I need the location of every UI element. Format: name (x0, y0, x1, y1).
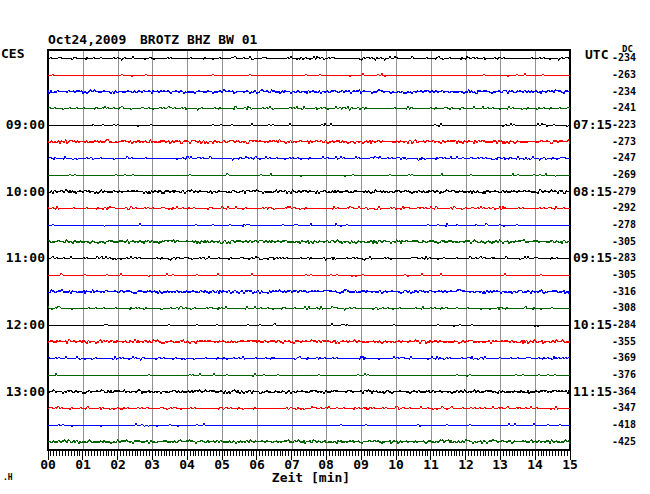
dc-value: -223 (612, 120, 636, 130)
helicorder-screen: Oct24,2009 BROTZ BHZ BW 01 CES UTC DC 09… (0, 0, 650, 494)
dc-value: -269 (612, 170, 636, 180)
dc-value: -247 (612, 153, 636, 163)
x-tick-label: 02 (105, 458, 131, 471)
right-utc-label: 11:15 (573, 385, 612, 398)
left-hour-label: 12:00 (0, 318, 45, 331)
x-tick-label: 13 (487, 458, 513, 471)
x-tick-label: 12 (453, 458, 479, 471)
dc-value: -305 (612, 237, 636, 247)
dc-value: -376 (612, 370, 636, 380)
dc-value: -241 (612, 103, 636, 113)
x-tick-label: 14 (522, 458, 548, 471)
dc-value: -278 (612, 220, 636, 230)
right-axis-title-utc: UTC (585, 48, 608, 61)
dc-value: -369 (612, 353, 636, 363)
dc-value: -263 (612, 70, 636, 80)
right-utc-label: 08:15 (573, 185, 612, 198)
x-tick-label: 09 (348, 458, 374, 471)
left-hour-label: 13:00 (0, 385, 45, 398)
dc-value: -283 (612, 253, 636, 263)
title-date: Oct24,2009 (48, 33, 126, 46)
dc-value: -234 (612, 53, 636, 63)
dc-value: -305 (612, 270, 636, 280)
dc-value: -418 (612, 420, 636, 430)
x-tick-label: 01 (70, 458, 96, 471)
x-axis-title: Zeit [min] (264, 471, 358, 484)
dc-value: -425 (612, 437, 636, 447)
left-hour-label: 11:00 (0, 251, 45, 264)
dc-value: -279 (612, 187, 636, 197)
x-tick-label: 03 (139, 458, 165, 471)
right-utc-label: 07:15 (573, 118, 612, 131)
dc-value: -273 (612, 137, 636, 147)
x-tick-label: 15 (557, 458, 583, 471)
x-tick-label: 11 (418, 458, 444, 471)
dc-value: -347 (612, 403, 636, 413)
right-utc-label: 10:15 (573, 318, 612, 331)
helicorder-plot-canvas (0, 0, 650, 494)
dc-value: -355 (612, 337, 636, 347)
x-tick-label: 05 (209, 458, 235, 471)
left-axis-title-ces: CES (1, 47, 24, 60)
left-hour-label: 09:00 (0, 118, 45, 131)
corner-watermark: .H (3, 474, 13, 482)
dc-value: -292 (612, 203, 636, 213)
dc-value: -284 (612, 320, 636, 330)
left-hour-label: 10:00 (0, 185, 45, 198)
title-station: BROTZ BHZ BW 01 (140, 33, 257, 46)
dc-value: -308 (612, 303, 636, 313)
dc-value: -234 (612, 87, 636, 97)
dc-value: -364 (612, 387, 636, 397)
x-tick-label: 10 (383, 458, 409, 471)
x-tick-label: 06 (244, 458, 270, 471)
dc-value: -316 (612, 287, 636, 297)
right-utc-label: 09:15 (573, 251, 612, 264)
x-tick-label: 00 (35, 458, 61, 471)
x-tick-label: 04 (174, 458, 200, 471)
